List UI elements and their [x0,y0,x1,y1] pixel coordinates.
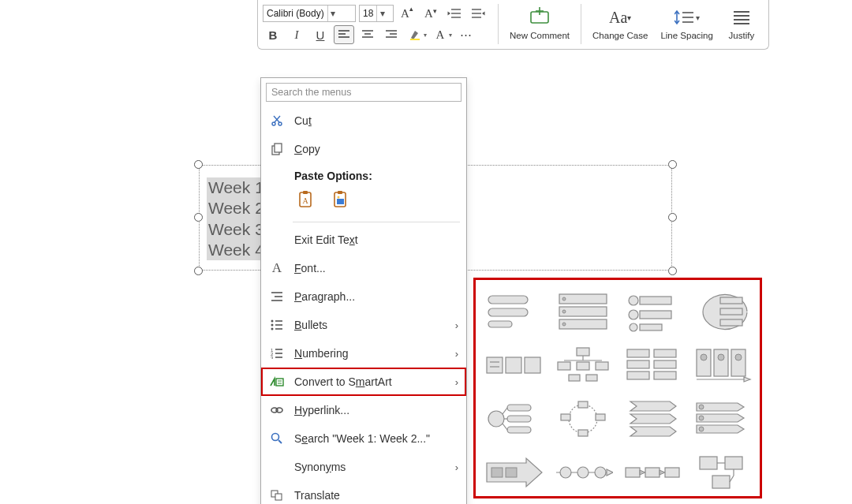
svg-line-32 [275,116,280,122]
resize-handle[interactable] [194,213,203,222]
grow-font-button[interactable]: A▴ [397,4,417,23]
smartart-layout[interactable] [484,395,544,442]
line-spacing-icon: ▾ [674,6,700,29]
smartart-layout[interactable] [553,449,613,496]
resize-handle[interactable] [194,267,203,275]
paste-use-destination-button[interactable]: A [294,189,316,211]
svg-marker-125 [630,427,676,436]
svg-line-115 [503,408,507,414]
separator [498,4,499,44]
resize-handle[interactable] [668,213,677,222]
decrease-indent-button[interactable] [444,4,465,23]
svg-point-76 [629,296,638,305]
svg-rect-77 [640,297,671,304]
bold-button[interactable]: B [263,25,283,44]
align-center-button[interactable] [357,25,378,44]
font-name-combo[interactable]: Calibri (Body) ▾ [263,5,356,22]
svg-rect-95 [596,362,608,370]
line-spacing-button[interactable]: ▾ Line Spacing [654,4,719,44]
justify-button[interactable]: Justify [719,4,764,44]
copy-icon [269,143,285,155]
svg-point-31 [278,122,282,125]
menu-bullets[interactable]: Bullets › [261,311,466,339]
resize-handle[interactable] [668,160,677,169]
svg-rect-66 [275,494,282,500]
svg-point-108 [718,354,724,360]
align-left-button[interactable] [334,25,354,44]
menu-numbering[interactable]: 123 Numbering › [261,339,466,368]
font-a-icon: A [269,260,285,276]
svg-marker-143 [640,470,645,475]
svg-rect-67 [488,296,528,304]
menu-hyperlink[interactable]: Hyperlink... [261,396,466,424]
menu-font[interactable]: A Font... [261,254,466,282]
underline-button[interactable]: U [310,25,331,44]
menu-search-selection[interactable]: Search "Week 1: Week 2..." [261,424,466,453]
change-case-button[interactable]: Aa▾ Change Case [586,4,654,44]
svg-rect-122 [561,414,570,420]
smartart-layout[interactable] [622,342,682,389]
resize-handle[interactable] [194,160,203,169]
svg-rect-70 [559,294,607,304]
svg-line-33 [274,116,279,122]
menu-copy[interactable]: Copy [261,135,466,163]
smartart-layout[interactable] [622,449,682,496]
textbox-content[interactable]: Week 1 Week 2 Week 3 Week 4 [207,177,266,260]
increase-indent-button[interactable] [468,4,488,23]
font-size-combo[interactable]: 18 ▾ [359,5,394,22]
svg-rect-114 [507,427,531,433]
italic-button[interactable]: I [286,25,307,44]
menu-translate[interactable]: Translate [261,481,466,504]
svg-point-107 [701,354,707,360]
svg-rect-103 [654,371,676,379]
shrink-font-button[interactable]: A▾ [420,4,441,23]
numbering-icon: 123 [269,348,285,359]
change-case-icon: Aa▾ [609,6,631,29]
svg-point-118 [569,405,597,433]
align-right-button[interactable] [381,25,402,44]
menu-exit-edit-text[interactable]: Exit Edit Text [261,226,466,254]
new-comment-button[interactable]: New Comment [503,4,576,44]
highlight-button[interactable]: ▾ [405,25,427,44]
svg-rect-119 [578,401,588,408]
menu-search-input[interactable]: Search the menus [266,83,462,102]
font-color-button[interactable]: A ▾ [430,25,452,44]
smartart-layout[interactable] [553,288,613,335]
menu-label: Paragraph... [294,290,355,303]
smartart-layout[interactable] [622,288,682,335]
smartart-layout[interactable] [484,342,544,389]
svg-rect-105 [714,349,728,376]
smartart-layout[interactable] [622,395,682,442]
smartart-layout[interactable] [692,342,752,389]
separator [293,222,460,222]
resize-handle[interactable] [668,267,677,275]
svg-rect-87 [525,357,540,373]
smartart-layout[interactable] [484,449,544,496]
paste-picture-button[interactable] [329,189,351,211]
smartart-layout[interactable] [553,395,613,442]
svg-rect-85 [487,357,503,373]
smartart-icon [269,376,285,387]
smartart-layout[interactable] [484,288,544,335]
svg-rect-112 [507,405,531,411]
chevron-down-icon: ▾ [424,32,427,39]
menu-convert-to-smartart[interactable]: Convert to SmartArt › [261,368,466,396]
more-font-button[interactable]: ⋯ [455,25,476,44]
menu-cut[interactable]: Cut [261,106,466,135]
smartart-layout[interactable] [692,449,752,496]
svg-rect-140 [626,468,640,477]
menu-synonyms[interactable]: Synonyms › [261,453,466,481]
smartart-layout[interactable] [692,395,752,442]
svg-rect-93 [558,362,570,370]
smartart-layout[interactable] [553,342,613,389]
smartart-layout[interactable] [692,288,752,335]
svg-point-47 [271,324,274,327]
chevron-right-icon: › [455,348,458,360]
bullets-icon [269,319,285,330]
menu-paragraph[interactable]: Paragraph... [261,282,466,311]
menu-label: Cut [294,114,312,127]
svg-marker-3 [448,12,451,16]
svg-line-64 [278,440,282,443]
svg-point-78 [629,310,638,319]
svg-rect-83 [720,308,742,315]
